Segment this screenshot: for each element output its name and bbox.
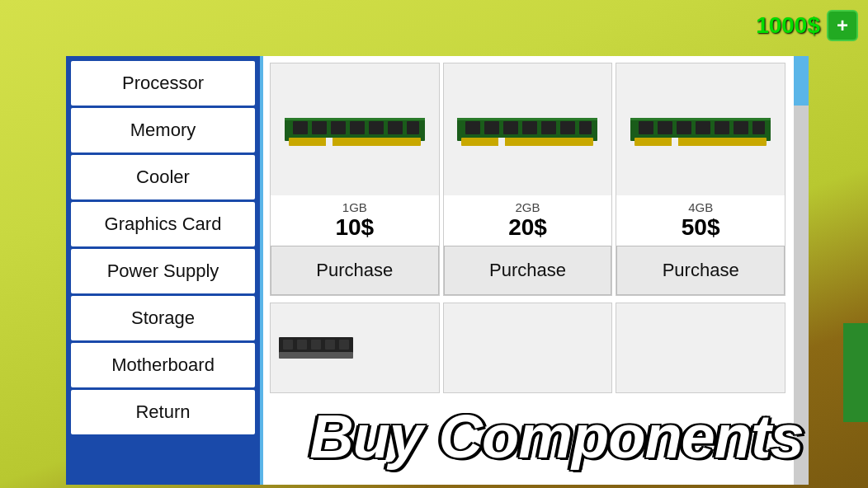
product-size-4gb: 4GB: [620, 200, 781, 214]
product-card-4gb: 4GB 50$ Purchase: [616, 63, 785, 296]
product-card-2gb: 2GB 20$ Purchase: [443, 63, 613, 296]
product-price-1gb: 10$: [274, 214, 436, 241]
sidebar-item-graphics-card[interactable]: Graphics Card: [71, 202, 255, 246]
purchase-button-1gb[interactable]: Purchase: [271, 246, 439, 295]
svg-rect-34: [279, 352, 353, 359]
product-size-2gb: 2GB: [447, 200, 609, 214]
svg-rect-7: [388, 121, 403, 134]
money-display: 1000$ +: [756, 10, 858, 41]
product-grid: 1GB 10$ Purchase: [263, 56, 809, 296]
product-info-4gb: 4GB 50$: [616, 195, 785, 246]
svg-rect-15: [503, 121, 518, 134]
svg-rect-1: [289, 138, 421, 146]
sidebar-item-storage[interactable]: Storage: [71, 296, 255, 340]
money-amount: 1000$: [756, 12, 820, 39]
product-info-2gb: 2GB 20$: [444, 195, 612, 246]
sidebar-item-power-supply[interactable]: Power Supply: [71, 249, 255, 293]
svg-rect-23: [634, 138, 767, 146]
svg-rect-37: [311, 340, 321, 350]
svg-rect-13: [465, 121, 480, 134]
scrollbar-track[interactable]: [794, 56, 809, 485]
sidebar-item-return[interactable]: Return: [71, 390, 255, 434]
sidebar-item-cooler[interactable]: Cooler: [71, 155, 255, 199]
product-image-1gb: [271, 63, 439, 195]
svg-rect-30: [752, 121, 765, 134]
svg-rect-16: [522, 121, 537, 134]
decorative-green-box: [843, 323, 868, 422]
product-info-1gb: 1GB 10$: [271, 195, 439, 246]
product-image-2gb: [444, 63, 612, 195]
ram-image-1gb: [285, 111, 425, 148]
svg-rect-27: [696, 121, 710, 134]
svg-rect-17: [541, 121, 556, 134]
product-card-1gb: 1GB 10$ Purchase: [270, 63, 440, 296]
product-price-4gb: 50$: [620, 214, 781, 241]
svg-rect-3: [312, 121, 327, 134]
svg-rect-9: [326, 138, 333, 147]
content-area: 1GB 10$ Purchase: [260, 56, 809, 485]
svg-rect-38: [325, 340, 335, 350]
svg-rect-36: [297, 340, 307, 350]
sidebar-item-processor[interactable]: Processor: [71, 61, 255, 106]
product-price-2gb: 20$: [447, 214, 609, 241]
svg-rect-31: [672, 138, 678, 147]
svg-rect-21: [457, 118, 597, 120]
svg-rect-19: [579, 121, 592, 134]
sidebar: Processor Memory Cooler Graphics Card Po…: [66, 56, 260, 485]
svg-rect-4: [331, 121, 346, 134]
product-card-row2-3: [616, 303, 785, 393]
svg-rect-39: [339, 340, 349, 350]
purchase-button-4gb[interactable]: Purchase: [616, 246, 785, 295]
svg-rect-28: [715, 121, 729, 134]
svg-rect-25: [658, 121, 672, 134]
ram-image-2gb: [457, 111, 597, 148]
svg-rect-8: [407, 121, 419, 134]
svg-rect-12: [461, 138, 593, 146]
product-grid-row2: [263, 299, 809, 398]
product-size-1gb: 1GB: [274, 200, 436, 214]
sidebar-item-memory[interactable]: Memory: [71, 108, 255, 152]
plus-icon: +: [837, 16, 848, 35]
svg-rect-6: [369, 121, 384, 134]
svg-rect-2: [293, 121, 308, 134]
svg-rect-5: [350, 121, 365, 134]
svg-rect-35: [283, 340, 293, 350]
purchase-button-2gb[interactable]: Purchase: [444, 246, 612, 295]
svg-rect-32: [630, 118, 771, 120]
product-image-4gb: [616, 63, 785, 195]
svg-rect-18: [560, 121, 575, 134]
product-card-row2-1: [270, 303, 440, 393]
svg-rect-24: [639, 121, 653, 134]
svg-rect-20: [498, 138, 505, 147]
svg-rect-29: [734, 121, 748, 134]
add-money-button[interactable]: +: [827, 10, 858, 41]
ram-dark-image: [279, 336, 353, 360]
sidebar-item-motherboard[interactable]: Motherboard: [71, 343, 255, 387]
ram-image-4gb: [630, 111, 771, 148]
main-panel: Processor Memory Cooler Graphics Card Po…: [66, 56, 809, 485]
product-card-row2-2: [443, 303, 613, 393]
svg-rect-10: [285, 118, 425, 120]
scrollbar-thumb[interactable]: [794, 56, 809, 106]
svg-rect-26: [677, 121, 691, 134]
svg-rect-14: [484, 121, 499, 134]
